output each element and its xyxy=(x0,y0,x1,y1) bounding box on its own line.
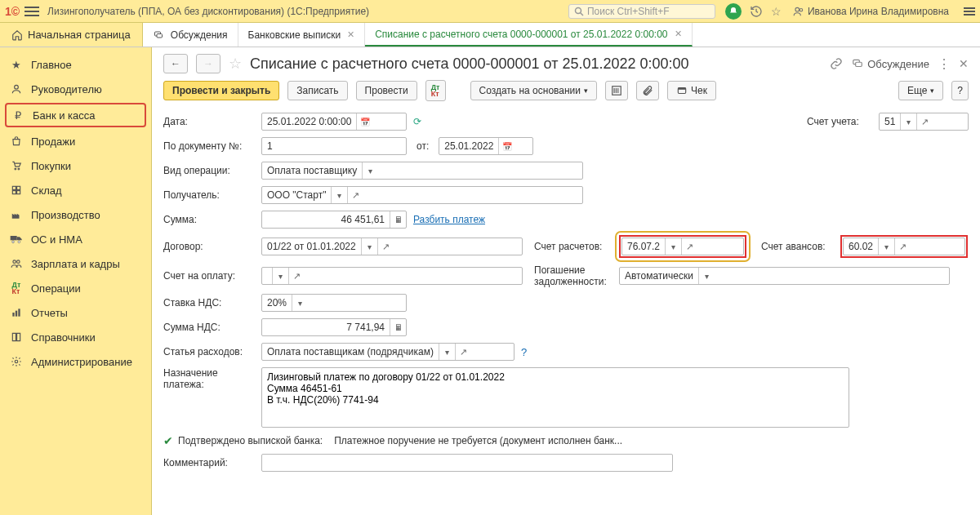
dtkt-button[interactable]: ДтКт xyxy=(425,80,446,101)
dropdown-icon[interactable]: ▾ xyxy=(361,238,377,255)
discussion-button[interactable]: Обсуждение xyxy=(851,58,929,70)
vat-rate-input[interactable]: 20% ▾ xyxy=(261,294,407,312)
factory-icon xyxy=(10,208,23,221)
expense-input[interactable]: Оплата поставщикам (подрядчикам) ▾ ↗ xyxy=(261,343,514,361)
svg-rect-13 xyxy=(11,236,17,240)
dropdown-icon[interactable]: ▾ xyxy=(292,295,308,311)
open-icon[interactable]: ↗ xyxy=(288,268,305,284)
sidebar-item-sales[interactable]: Продажи xyxy=(0,129,151,153)
nav-forward-button[interactable]: → xyxy=(196,54,220,73)
ruble-icon: ₽ xyxy=(11,109,24,122)
confirmed-text: Платежное поручение не требуется (докуме… xyxy=(334,435,622,446)
sidebar-item-operations[interactable]: ДтКтОперации xyxy=(0,276,151,300)
sidebar-item-admin[interactable]: Администрирование xyxy=(0,349,151,374)
label-vat-sum: Сумма НДС: xyxy=(163,322,255,333)
tab-discussions[interactable]: Обсуждения xyxy=(143,23,238,47)
contract-input[interactable]: 01/22 от 01.01.2022 ▾ ↗ xyxy=(261,238,523,255)
sidebar-item-production[interactable]: Производство xyxy=(0,202,151,227)
star-icon: ★ xyxy=(10,58,23,71)
user-name[interactable]: Иванова Ирина Владимировна xyxy=(793,6,949,17)
open-icon[interactable]: ↗ xyxy=(681,238,697,255)
svg-rect-12 xyxy=(17,191,20,194)
open-icon[interactable]: ↗ xyxy=(377,238,394,255)
sidebar-item-purchases[interactable]: Покупки xyxy=(0,153,151,178)
sidebar-item-salary[interactable]: Зарплата и кадры xyxy=(0,251,151,276)
calculator-icon[interactable]: 🖩 xyxy=(390,211,406,228)
nav-back-button[interactable]: ← xyxy=(163,54,188,73)
open-icon[interactable]: ↗ xyxy=(455,344,471,360)
dropdown-icon[interactable]: ▾ xyxy=(900,113,916,130)
op-type-input[interactable]: Оплата поставщику ▾ xyxy=(261,162,583,180)
tab-bank-statements[interactable]: Банковские выписки ✕ xyxy=(238,23,366,47)
dropdown-icon[interactable]: ▾ xyxy=(331,187,347,203)
pay-invoice-input[interactable]: ▾ ↗ xyxy=(261,267,523,285)
sidebar-item-assets[interactable]: ОС и НМА xyxy=(0,227,151,251)
tab-home[interactable]: Начальная страница xyxy=(0,23,143,47)
post-and-close-button[interactable]: Провести и закрыть xyxy=(163,81,279,100)
dropdown-icon[interactable]: ▾ xyxy=(362,162,378,179)
label-expense: Статья расходов: xyxy=(163,346,255,357)
sidebar-item-manager[interactable]: Руководителю xyxy=(0,77,151,101)
vat-sum-input[interactable]: 7 741,94 🖩 xyxy=(261,318,407,336)
link-icon[interactable] xyxy=(830,57,843,70)
tab-close-icon[interactable]: ✕ xyxy=(675,29,682,39)
calculator-icon[interactable]: 🖩 xyxy=(390,319,406,335)
split-payment-link[interactable]: Разбить платеж xyxy=(413,214,485,225)
open-icon[interactable]: ↗ xyxy=(894,238,911,255)
write-button[interactable]: Записать xyxy=(287,81,347,100)
recipient-input[interactable]: ООО "Старт" ▾ ↗ xyxy=(261,186,583,204)
svg-rect-5 xyxy=(157,33,163,38)
refresh-icon[interactable]: ⟳ xyxy=(413,116,421,127)
advance-account-input[interactable]: 60.02 ▾ ↗ xyxy=(843,238,965,255)
svg-point-3 xyxy=(800,8,803,11)
purpose-textarea[interactable] xyxy=(261,367,849,428)
sidebar-item-reports[interactable]: Отчеты xyxy=(0,300,151,325)
settlement-account-input[interactable]: 76.07.2 ▾ ↗ xyxy=(621,238,744,255)
dropdown-icon[interactable]: ▾ xyxy=(878,238,894,255)
dropdown-icon[interactable]: ▾ xyxy=(272,268,288,284)
help-icon[interactable]: ? xyxy=(521,346,527,358)
tab-close-icon[interactable]: ✕ xyxy=(347,29,354,40)
print-barcode-button[interactable] xyxy=(605,81,628,100)
sidebar-item-warehouse[interactable]: Склад xyxy=(0,178,151,202)
doc-no-input[interactable]: 1 xyxy=(261,137,407,155)
debt-input[interactable]: Автоматически ▾ xyxy=(619,267,950,285)
bag-icon xyxy=(10,135,23,148)
dropdown-icon[interactable]: ▾ xyxy=(698,268,715,284)
open-icon[interactable]: ↗ xyxy=(347,187,363,203)
check-button[interactable]: Чек xyxy=(667,81,716,100)
help-button[interactable]: ? xyxy=(951,81,969,100)
attach-button[interactable] xyxy=(636,81,659,100)
global-search-input[interactable]: Поиск Ctrl+Shift+F xyxy=(568,4,715,19)
sidebar-item-bank[interactable]: ₽Банк и касса xyxy=(5,103,146,127)
history-icon[interactable] xyxy=(750,5,763,18)
bell-icon[interactable] xyxy=(725,3,742,20)
sidebar-item-main[interactable]: ★Главное xyxy=(0,52,151,77)
favorite-star-icon[interactable]: ☆ xyxy=(229,55,242,73)
date-input[interactable]: 25.01.2022 0:00:00 📅 xyxy=(261,113,407,131)
more-button[interactable]: Еще ▾ xyxy=(898,81,943,100)
menu-icon[interactable] xyxy=(964,7,975,16)
svg-point-14 xyxy=(12,241,15,243)
tab-bank-writeoff[interactable]: Списание с расчетного счета 0000-000001 … xyxy=(365,23,692,47)
confirmed-checkbox[interactable]: ✔ Подтверждено выпиской банка: xyxy=(163,434,323,447)
dropdown-icon[interactable]: ▾ xyxy=(665,238,681,255)
post-button[interactable]: Провести xyxy=(356,81,417,100)
sum-input[interactable]: 46 451,61 🖩 xyxy=(261,211,407,229)
open-icon[interactable]: ↗ xyxy=(916,113,933,130)
comment-input[interactable] xyxy=(261,454,673,472)
create-based-button[interactable]: Создать на основании ▾ xyxy=(470,81,598,100)
person-icon xyxy=(10,82,23,95)
svg-point-17 xyxy=(17,260,20,264)
more-vertical-icon[interactable]: ⋮ xyxy=(938,56,951,72)
account-input[interactable]: 51 ▾ ↗ xyxy=(879,113,969,131)
star-icon[interactable]: ☆ xyxy=(771,5,782,18)
close-icon[interactable]: ✕ xyxy=(959,57,969,70)
gear-icon xyxy=(10,355,23,368)
sidebar-item-catalogs[interactable]: Справочники xyxy=(0,325,151,349)
dropdown-icon[interactable]: ▾ xyxy=(439,344,455,360)
burger-menu-icon[interactable] xyxy=(24,7,39,16)
calendar-icon[interactable]: 📅 xyxy=(498,138,514,154)
calendar-icon[interactable]: 📅 xyxy=(356,113,372,130)
doc-date-input[interactable]: 25.01.2022 📅 xyxy=(439,137,533,155)
